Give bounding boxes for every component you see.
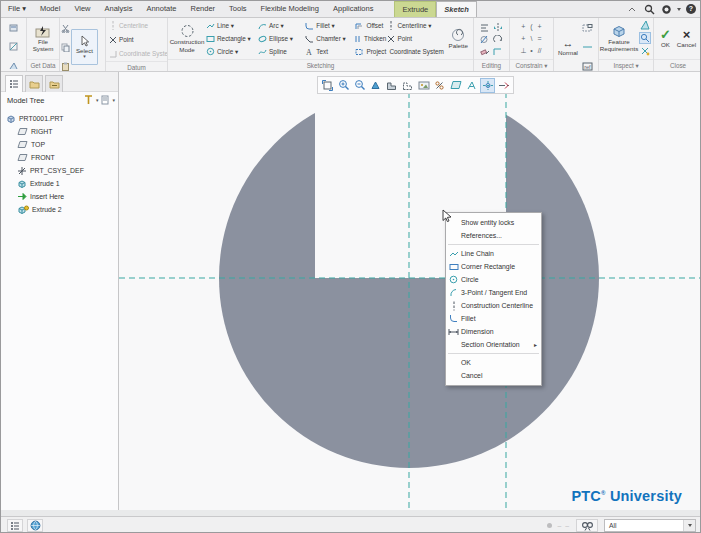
file-system-button[interactable]: File System	[28, 25, 58, 52]
perpendicular-constraint-icon[interactable]: ⊥	[520, 46, 526, 56]
chamfer-button[interactable]: Chamfer ▾	[305, 32, 354, 45]
menu-item-corner-rectangle[interactable]: Corner Rectangle	[446, 260, 541, 273]
search-filter-dropdown[interactable]: All	[604, 519, 696, 532]
tab-view[interactable]: View	[67, 1, 97, 17]
menu-item-construction-centerline[interactable]: Construction Centerline	[446, 299, 541, 312]
tab-applications[interactable]: Applications	[326, 1, 380, 17]
horizontal-constraint-icon[interactable]: •	[530, 46, 532, 56]
menu-item-show-entity-locks[interactable]: Show entity locks	[446, 216, 541, 229]
menu-item-fillet[interactable]: Fillet	[446, 312, 541, 325]
midpoint-constraint-icon[interactable]: +	[538, 22, 542, 32]
point-sketch-button[interactable]: Point	[387, 32, 443, 45]
menu-item-section-orientation[interactable]: Section Orientation ▸	[446, 338, 541, 351]
corner-icon[interactable]	[493, 42, 503, 60]
setup-tool-icon-1[interactable]	[9, 19, 19, 37]
equal-constraint-icon[interactable]: =	[538, 34, 542, 44]
line-button[interactable]: Line ▾	[206, 19, 257, 32]
annotation-display-icon[interactable]	[464, 78, 479, 93]
construction-mode-button[interactable]: Construction Mode	[169, 24, 205, 52]
cancel-button[interactable]: × Cancel	[676, 28, 697, 48]
web-browser-toggle-icon[interactable]	[27, 519, 43, 532]
menu-item-line-chain[interactable]: Line Chain	[446, 247, 541, 260]
menu-item-references[interactable]: References...	[446, 229, 541, 242]
project-button[interactable]: Project	[355, 45, 386, 58]
menu-item-circle[interactable]: Circle	[446, 273, 541, 286]
offset-button[interactable]: Offset	[355, 19, 386, 32]
perimeter-dimension-icon[interactable]	[582, 19, 593, 37]
cut-icon[interactable]	[61, 19, 70, 37]
coincident-constraint-icon[interactable]: +	[521, 34, 525, 44]
select-button[interactable]: Select ▾	[71, 29, 98, 65]
setup-tool-icon-3[interactable]	[9, 57, 19, 71]
baseline-dimension-icon[interactable]	[582, 38, 593, 56]
fillet-button[interactable]: Fillet ▾	[305, 19, 354, 32]
vertical-constraint-icon[interactable]: +	[521, 22, 525, 32]
tree-filter-icon[interactable]	[84, 95, 93, 105]
hidden-line-icon[interactable]	[400, 78, 415, 93]
tree-item-csys[interactable]: PRT_CSYS_DEF	[6, 164, 118, 177]
menu-item-dimension[interactable]: Dimension	[446, 325, 541, 338]
group-label-constrain[interactable]: Constrain ▾	[510, 59, 553, 71]
centerline-sketch-button[interactable]: Centerline ▾	[387, 19, 443, 32]
graphics-area[interactable]: PTC® University	[119, 72, 701, 510]
tree-item-insert-here[interactable]: Insert Here	[6, 190, 118, 203]
tree-item-top[interactable]: TOP	[6, 138, 118, 151]
tree-settings-icon[interactable]	[101, 95, 109, 105]
ellipse-button[interactable]: Ellipse ▾	[258, 32, 304, 45]
sketch-display-icon[interactable]	[480, 78, 495, 93]
view-manager-icon[interactable]	[432, 78, 447, 93]
symmetric-constraint-icon[interactable]: \	[531, 34, 533, 44]
tangent-constraint-icon[interactable]: (	[530, 22, 532, 32]
tab-annotate[interactable]: Annotate	[139, 1, 183, 17]
arc-button[interactable]: Arc ▾	[258, 19, 304, 32]
sketch-canvas[interactable]	[119, 72, 701, 510]
sketch-orientation-icon[interactable]	[496, 78, 511, 93]
tree-item-extrude2[interactable]: Extrude 2	[6, 203, 118, 216]
tab-render[interactable]: Render	[183, 1, 222, 17]
thicken-button[interactable]: Thicken	[355, 32, 386, 45]
tree-item-extrude1[interactable]: Extrude 1	[6, 177, 118, 190]
display-style-icon[interactable]	[384, 78, 399, 93]
copy-icon[interactable]	[61, 38, 70, 56]
parallel-constraint-icon[interactable]: //	[538, 46, 542, 56]
normal-dimension-button[interactable]: ↔ Normal	[555, 38, 581, 56]
tab-analysis[interactable]: Analysis	[98, 1, 140, 17]
ok-button[interactable]: ✓ OK	[659, 28, 672, 48]
tree-item-right[interactable]: RIGHT	[6, 125, 118, 138]
find-icon[interactable]	[576, 519, 598, 532]
help-icon[interactable]: ?	[686, 4, 696, 14]
tree-settings-caret-icon[interactable]: ▾	[112, 97, 115, 103]
tab-model[interactable]: Model	[33, 1, 67, 17]
setup-tool-icon-2[interactable]	[9, 38, 19, 56]
tree-item-front[interactable]: FRONT	[6, 151, 118, 164]
tab-tools[interactable]: Tools	[222, 1, 254, 17]
text-button[interactable]: A Text	[305, 45, 354, 58]
circle-button[interactable]: Circle ▾	[206, 45, 257, 58]
collapse-ribbon-icon[interactable]	[626, 3, 638, 15]
spline-button[interactable]: Spline	[258, 45, 304, 58]
file-menu[interactable]: File ▾	[1, 1, 33, 17]
refit-icon[interactable]	[320, 78, 335, 93]
group-label-inspect[interactable]: Inspect ▾	[599, 59, 653, 71]
menu-item-3-point-tangent-end[interactable]: 3-Point / Tangent End	[446, 286, 541, 299]
datum-display-icon[interactable]	[448, 78, 463, 93]
overlapping-geometry-icon[interactable]	[639, 32, 651, 44]
tree-item-part[interactable]: PRT0001.PRT	[6, 112, 118, 125]
search-icon[interactable]	[643, 3, 655, 15]
tab-extrude[interactable]: Extrude	[394, 1, 436, 17]
feature-requirements-button[interactable]: Feature Requirements	[600, 25, 638, 52]
folder-browser-tab[interactable]	[25, 75, 43, 92]
centerline-datum-button[interactable]: Centerline	[109, 19, 148, 32]
delete-segment-icon[interactable]	[480, 42, 490, 60]
repaint-icon[interactable]	[368, 78, 383, 93]
model-tree-toggle-icon[interactable]	[7, 519, 23, 532]
favorites-tab[interactable]	[45, 75, 63, 92]
coordinate-system-datum-button[interactable]: Coordinate System	[109, 47, 168, 60]
menu-item-cancel[interactable]: Cancel	[446, 369, 541, 382]
palette-button[interactable]: Palette	[444, 28, 472, 49]
tree-filter-caret-icon[interactable]: ▾	[96, 97, 99, 103]
tab-sketch[interactable]: Sketch	[436, 1, 477, 17]
coordinate-system-sketch-button[interactable]: Coordinate System	[387, 45, 443, 58]
menu-item-ok[interactable]: OK	[446, 356, 541, 369]
model-tree-tab[interactable]	[5, 75, 23, 92]
